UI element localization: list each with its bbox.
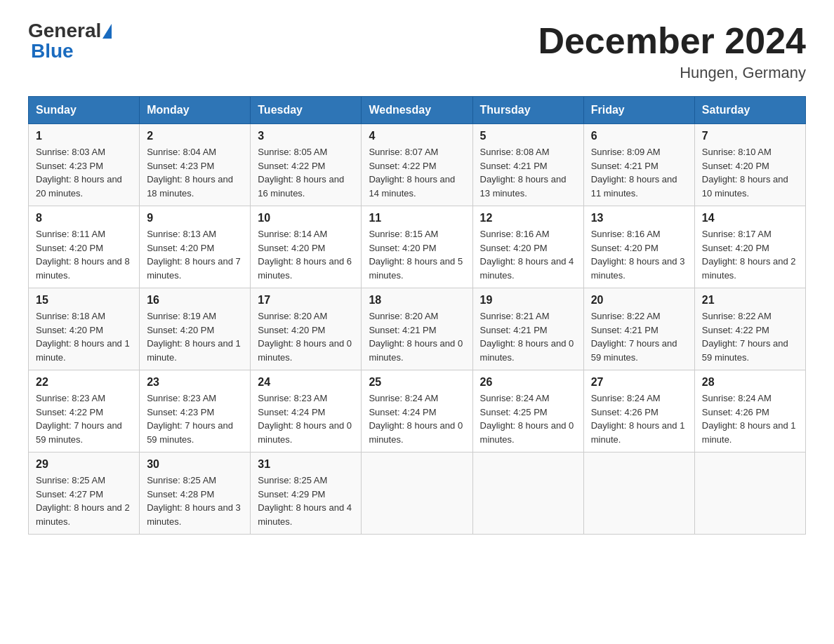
day-info: Sunrise: 8:22 AMSunset: 4:22 PMDaylight:… [702, 311, 788, 363]
day-info: Sunrise: 8:03 AMSunset: 4:23 PMDaylight:… [36, 147, 122, 199]
day-info: Sunrise: 8:18 AMSunset: 4:20 PMDaylight:… [36, 311, 130, 363]
calendar-cell: 5 Sunrise: 8:08 AMSunset: 4:21 PMDayligh… [472, 124, 583, 206]
calendar-week-row: 15 Sunrise: 8:18 AMSunset: 4:20 PMDaylig… [29, 288, 806, 370]
calendar-week-row: 8 Sunrise: 8:11 AMSunset: 4:20 PMDayligh… [29, 206, 806, 288]
day-number: 10 [258, 212, 354, 224]
col-wednesday: Wednesday [362, 97, 472, 124]
day-number: 30 [147, 458, 243, 471]
day-number: 17 [258, 294, 354, 307]
calendar-cell: 18 Sunrise: 8:20 AMSunset: 4:21 PMDaylig… [362, 288, 472, 370]
day-number: 2 [147, 130, 243, 142]
logo-icon [102, 24, 112, 39]
day-number: 11 [369, 212, 465, 224]
col-sunday: Sunday [29, 97, 140, 124]
day-info: Sunrise: 8:23 AMSunset: 4:22 PMDaylight:… [36, 393, 122, 445]
day-number: 22 [36, 376, 132, 389]
header-row: Sunday Monday Tuesday Wednesday Thursday… [29, 97, 806, 124]
day-info: Sunrise: 8:09 AMSunset: 4:21 PMDaylight:… [591, 147, 677, 199]
calendar-cell: 23 Sunrise: 8:23 AMSunset: 4:23 PMDaylig… [140, 370, 251, 452]
calendar-cell [472, 452, 583, 535]
calendar-cell: 25 Sunrise: 8:24 AMSunset: 4:24 PMDaylig… [362, 370, 472, 452]
calendar-cell: 29 Sunrise: 8:25 AMSunset: 4:27 PMDaylig… [29, 452, 140, 535]
day-number: 16 [147, 294, 243, 307]
calendar-cell: 28 Sunrise: 8:24 AMSunset: 4:26 PMDaylig… [694, 370, 805, 452]
day-info: Sunrise: 8:23 AMSunset: 4:24 PMDaylight:… [258, 393, 352, 445]
logo-general: General [28, 20, 101, 41]
calendar-header: Sunday Monday Tuesday Wednesday Thursday… [29, 97, 806, 124]
day-number: 23 [147, 376, 243, 389]
day-info: Sunrise: 8:15 AMSunset: 4:20 PMDaylight:… [369, 229, 463, 281]
day-info: Sunrise: 8:19 AMSunset: 4:20 PMDaylight:… [147, 311, 241, 363]
logo-blue: Blue [31, 40, 74, 62]
day-info: Sunrise: 8:04 AMSunset: 4:23 PMDaylight:… [147, 147, 233, 199]
day-info: Sunrise: 8:25 AMSunset: 4:29 PMDaylight:… [258, 475, 352, 527]
calendar-table: Sunday Monday Tuesday Wednesday Thursday… [28, 96, 806, 535]
day-info: Sunrise: 8:10 AMSunset: 4:20 PMDaylight:… [702, 147, 788, 199]
page-header: General Blue December 2024 Hungen, Germa… [28, 21, 806, 82]
day-info: Sunrise: 8:25 AMSunset: 4:28 PMDaylight:… [147, 475, 241, 527]
col-thursday: Thursday [472, 97, 583, 124]
day-number: 13 [591, 212, 687, 224]
day-info: Sunrise: 8:11 AMSunset: 4:20 PMDaylight:… [36, 229, 130, 281]
calendar-week-row: 29 Sunrise: 8:25 AMSunset: 4:27 PMDaylig… [29, 452, 806, 535]
logo: General Blue [28, 21, 112, 61]
day-number: 18 [369, 294, 465, 307]
day-number: 4 [369, 130, 465, 142]
calendar-cell [583, 452, 694, 535]
day-number: 21 [702, 294, 798, 307]
day-info: Sunrise: 8:14 AMSunset: 4:20 PMDaylight:… [258, 229, 352, 281]
calendar-cell: 13 Sunrise: 8:16 AMSunset: 4:20 PMDaylig… [583, 206, 694, 288]
day-number: 25 [369, 376, 465, 389]
calendar-cell: 12 Sunrise: 8:16 AMSunset: 4:20 PMDaylig… [472, 206, 583, 288]
day-number: 8 [36, 212, 132, 224]
day-info: Sunrise: 8:20 AMSunset: 4:20 PMDaylight:… [258, 311, 352, 363]
day-info: Sunrise: 8:16 AMSunset: 4:20 PMDaylight:… [591, 229, 685, 281]
day-number: 26 [480, 376, 576, 389]
calendar-cell: 8 Sunrise: 8:11 AMSunset: 4:20 PMDayligh… [29, 206, 140, 288]
day-number: 24 [258, 376, 354, 389]
calendar-cell: 15 Sunrise: 8:18 AMSunset: 4:20 PMDaylig… [29, 288, 140, 370]
day-info: Sunrise: 8:17 AMSunset: 4:20 PMDaylight:… [702, 229, 796, 281]
day-number: 14 [702, 212, 798, 224]
calendar-cell: 4 Sunrise: 8:07 AMSunset: 4:22 PMDayligh… [362, 124, 472, 206]
calendar-cell: 30 Sunrise: 8:25 AMSunset: 4:28 PMDaylig… [140, 452, 251, 535]
day-number: 5 [480, 130, 576, 142]
calendar-cell: 16 Sunrise: 8:19 AMSunset: 4:20 PMDaylig… [140, 288, 251, 370]
col-monday: Monday [140, 97, 251, 124]
calendar-cell: 9 Sunrise: 8:13 AMSunset: 4:20 PMDayligh… [140, 206, 251, 288]
day-number: 15 [36, 294, 132, 307]
col-friday: Friday [583, 97, 694, 124]
calendar-cell: 7 Sunrise: 8:10 AMSunset: 4:20 PMDayligh… [694, 124, 805, 206]
calendar-cell: 22 Sunrise: 8:23 AMSunset: 4:22 PMDaylig… [29, 370, 140, 452]
day-number: 7 [702, 130, 798, 142]
calendar-cell: 1 Sunrise: 8:03 AMSunset: 4:23 PMDayligh… [29, 124, 140, 206]
calendar-cell: 17 Sunrise: 8:20 AMSunset: 4:20 PMDaylig… [251, 288, 362, 370]
calendar-week-row: 1 Sunrise: 8:03 AMSunset: 4:23 PMDayligh… [29, 124, 806, 206]
day-info: Sunrise: 8:20 AMSunset: 4:21 PMDaylight:… [369, 311, 463, 363]
day-number: 6 [591, 130, 687, 142]
col-tuesday: Tuesday [251, 97, 362, 124]
calendar-cell: 14 Sunrise: 8:17 AMSunset: 4:20 PMDaylig… [694, 206, 805, 288]
day-info: Sunrise: 8:24 AMSunset: 4:24 PMDaylight:… [369, 393, 463, 445]
day-number: 20 [591, 294, 687, 307]
month-year: December 2024 [538, 21, 806, 61]
col-saturday: Saturday [694, 97, 805, 124]
calendar-cell: 31 Sunrise: 8:25 AMSunset: 4:29 PMDaylig… [251, 452, 362, 535]
day-info: Sunrise: 8:05 AMSunset: 4:22 PMDaylight:… [258, 147, 344, 199]
day-number: 1 [36, 130, 132, 142]
day-number: 31 [258, 458, 354, 471]
location: Hungen, Germany [538, 64, 806, 82]
day-info: Sunrise: 8:24 AMSunset: 4:26 PMDaylight:… [702, 393, 796, 445]
calendar-cell: 2 Sunrise: 8:04 AMSunset: 4:23 PMDayligh… [140, 124, 251, 206]
day-info: Sunrise: 8:21 AMSunset: 4:21 PMDaylight:… [480, 311, 574, 363]
day-number: 19 [480, 294, 576, 307]
day-number: 3 [258, 130, 354, 142]
day-info: Sunrise: 8:08 AMSunset: 4:21 PMDaylight:… [480, 147, 567, 199]
day-info: Sunrise: 8:13 AMSunset: 4:20 PMDaylight:… [147, 229, 241, 281]
calendar-cell: 19 Sunrise: 8:21 AMSunset: 4:21 PMDaylig… [472, 288, 583, 370]
title-block: December 2024 Hungen, Germany [538, 21, 806, 82]
day-number: 9 [147, 212, 243, 224]
calendar-body: 1 Sunrise: 8:03 AMSunset: 4:23 PMDayligh… [29, 124, 806, 535]
day-info: Sunrise: 8:22 AMSunset: 4:21 PMDaylight:… [591, 311, 677, 363]
day-info: Sunrise: 8:16 AMSunset: 4:20 PMDaylight:… [480, 229, 574, 281]
